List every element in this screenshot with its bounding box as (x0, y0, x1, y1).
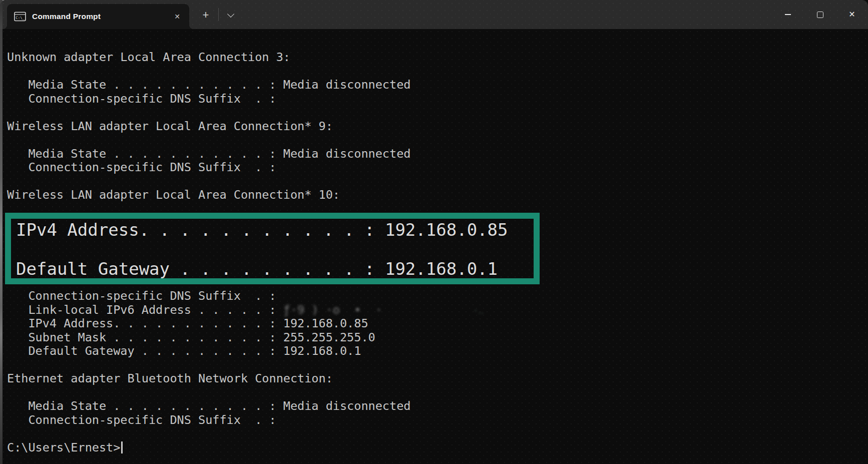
dns-suffix-line: Connection-specific DNS Suffix . : (7, 289, 410, 303)
ipv6-line: Link-local IPv6 Address . . . . . : ƒ·9 … (7, 303, 410, 317)
highlight-gateway-line: Default Gateway . . . . . . . . . : 192.… (16, 259, 498, 278)
highlight-ipv4-line: IPv4 Address. . . . . . . . . . . : 192.… (16, 220, 508, 239)
cmd-icon: C:\_ (14, 12, 26, 22)
prompt-text: C:\Users\Ernest> (7, 440, 120, 454)
minimize-button[interactable] (772, 0, 804, 29)
ipconfig-output-upper: Unknown adapter Local Area Connection 3:… (7, 51, 410, 202)
ipconfig-output-lower: Connection-specific DNS Suffix . : Link-… (7, 289, 410, 454)
ipv6-redacted-value: ƒ·9 ) ·o • · (283, 303, 382, 317)
tab-title: Command Prompt (32, 12, 164, 21)
blank-line (7, 427, 410, 441)
maximize-button[interactable] (804, 0, 836, 29)
highlight-annotation-box: IPv4 Address. . . . . . . . . . . : 192.… (5, 213, 540, 284)
redaction-smudge: ·‥ (473, 304, 484, 318)
close-button[interactable]: ✕ (836, 0, 868, 29)
terminal-window: C:\_ Command Prompt ✕ + ✕ Unknown adapte… (0, 0, 868, 464)
new-tab-button[interactable]: + (196, 7, 215, 24)
chevron-down-icon (227, 10, 234, 17)
terminal-viewport[interactable]: Unknown adapter Local Area Connection 3:… (0, 29, 868, 464)
tab-dropdown-button[interactable] (221, 7, 240, 24)
svg-text:C:\_: C:\_ (16, 16, 25, 20)
tab-command-prompt[interactable]: C:\_ Command Prompt ✕ (7, 4, 189, 29)
text-cursor (121, 441, 123, 453)
close-icon: ✕ (848, 11, 855, 19)
maximize-icon (817, 12, 823, 18)
ip-details-lines: IPv4 Address. . . . . . . . . . . : 192.… (7, 317, 410, 427)
prompt-line: C:\Users\Ernest> (7, 441, 410, 455)
ipv6-label: Link-local IPv6 Address . . . . . : (7, 303, 283, 317)
tabbar-separator (218, 8, 219, 21)
left-edge-artifact (0, 0, 3, 464)
window-controls: ✕ (772, 0, 868, 29)
tab-close-icon[interactable]: ✕ (170, 12, 184, 22)
minimize-icon (785, 14, 791, 15)
titlebar[interactable]: C:\_ Command Prompt ✕ + ✕ (0, 0, 868, 29)
